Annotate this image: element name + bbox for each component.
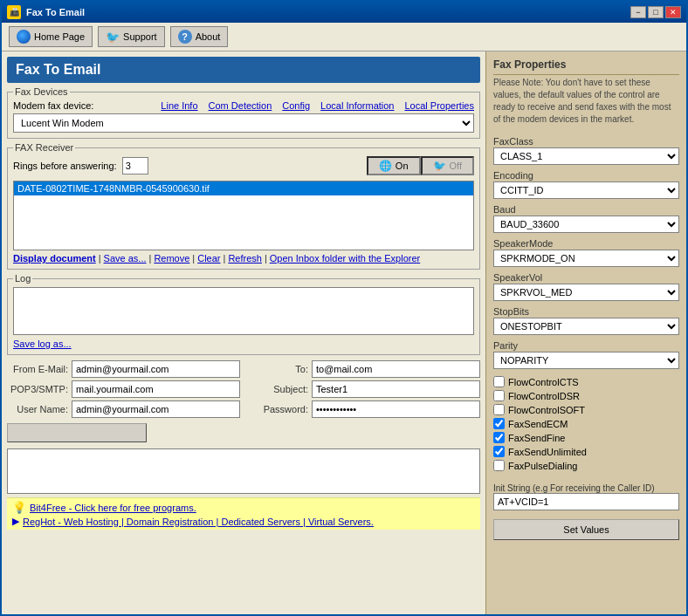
baud-select[interactable]: BAUD_33600 BAUD_14400 BAUD_9600 <box>493 216 679 233</box>
flow-dsr-row[interactable]: FlowControlDSR <box>493 390 679 401</box>
refresh-link[interactable]: Refresh <box>228 253 262 264</box>
rings-input[interactable] <box>122 157 148 175</box>
from-email-input[interactable] <box>72 360 240 378</box>
fax-class-select[interactable]: CLASS_1 CLASS_2 CLASS_2.0 <box>493 147 679 165</box>
flow-cts-row[interactable]: FlowControlCTS <box>493 376 679 387</box>
parity-select[interactable]: NOPARITY ODDPARITY EVENPARITY <box>493 352 679 369</box>
on-label: On <box>396 161 409 171</box>
parity-group: Parity NOPARITY ODDPARITY EVENPARITY <box>493 340 679 369</box>
fax-fine-checkbox[interactable] <box>493 432 505 443</box>
app-icon: 📠 <box>7 5 21 19</box>
pop3-input[interactable] <box>72 380 240 398</box>
baud-label: Baud <box>493 204 679 215</box>
to-row: To: <box>247 360 480 378</box>
save-log-link[interactable]: Save log as... <box>13 339 474 349</box>
from-email-row: From E-Mail: <box>7 360 240 378</box>
subject-input[interactable] <box>312 380 480 398</box>
speaker-vol-group: SpeakerVol SPKRVOL_MED SPKRVOL_LOW SPKRV… <box>493 272 679 301</box>
fax-receiver-legend: FAX Receiver <box>13 142 75 153</box>
log-section: Log Save log as... <box>7 273 480 355</box>
save-as-link[interactable]: Save as... <box>104 253 147 264</box>
speaker-vol-label: SpeakerVol <box>493 272 679 283</box>
off-button[interactable]: 🐦 Off <box>421 156 474 175</box>
maximize-button[interactable]: □ <box>648 6 664 18</box>
title-bar: 📠 Fax To Email − □ ✕ <box>2 2 686 23</box>
fax-pulse-label: FaxPulseDialing <box>508 461 577 471</box>
fax-devices-legend: Fax Devices <box>13 86 70 97</box>
flow-cts-checkbox[interactable] <box>493 376 505 387</box>
speaker-mode-select[interactable]: SPKRMODE_ON SPKRMODE_OFF SPKRMODE_DIAL <box>493 250 679 267</box>
password-label: Password: <box>247 404 308 414</box>
clear-link[interactable]: Clear <box>197 253 220 264</box>
right-fields: To: Subject: Password: <box>247 360 480 418</box>
log-legend: Log <box>13 273 32 284</box>
stop-bits-label: StopBits <box>493 306 679 317</box>
home-page-button[interactable]: Home Page <box>9 26 93 47</box>
fax-properties-note: Please Note: You don't have to set these… <box>493 77 679 126</box>
message-textarea[interactable] <box>7 448 480 494</box>
local-properties-link[interactable]: Local Properties <box>405 100 475 111</box>
com-detection-link[interactable]: Com Detection <box>209 100 272 111</box>
fax-devices-section: Fax Devices Modem fax device: Line Info … <box>7 86 480 139</box>
subject-label: Subject: <box>247 384 308 394</box>
modem-fax-label: Modem fax device: <box>13 100 93 111</box>
regshot-link[interactable]: RegHot - Web Hosting | Domain Registrati… <box>23 517 374 527</box>
minimize-button[interactable]: − <box>630 6 646 18</box>
off-label: Off <box>450 161 462 171</box>
username-label: User Name: <box>7 404 68 414</box>
init-string-input[interactable] <box>493 493 679 510</box>
fax-pulse-checkbox[interactable] <box>493 460 505 471</box>
left-panel: Fax To Email Fax Devices Modem fax devic… <box>2 51 485 614</box>
about-button[interactable]: ? About <box>170 26 229 47</box>
line-info-link[interactable]: Line Info <box>161 100 197 111</box>
flow-soft-row[interactable]: FlowControlSOFT <box>493 404 679 415</box>
open-inbox-link[interactable]: Open Inbox folder with the Explorer <box>270 253 420 264</box>
modem-select[interactable]: Lucent Win Modem <box>13 113 474 133</box>
init-string-label: Init String (e.g For receiving the Calle… <box>493 483 679 493</box>
support-label: Support <box>123 31 157 42</box>
fax-ecm-checkbox[interactable] <box>493 418 505 429</box>
config-link[interactable]: Config <box>282 100 310 111</box>
close-button[interactable]: ✕ <box>665 6 681 18</box>
window-title: Fax To Email <box>26 7 85 17</box>
rings-label: Rings before answering: <box>13 161 117 171</box>
toolbar: Home Page 🐦 Support ? About <box>2 23 686 51</box>
stop-bits-select[interactable]: ONESTOPBIT TWOSTOPBITS <box>493 318 679 335</box>
fax-unlimited-row[interactable]: FaxSendUnlimited <box>493 446 679 457</box>
subject-row: Subject: <box>247 380 480 398</box>
on-button[interactable]: 🌐 On <box>367 156 421 175</box>
question-icon: ? <box>178 30 192 44</box>
username-row: User Name: <box>7 400 240 418</box>
bit4free-link[interactable]: Bit4Free - Click here for free programs. <box>30 503 196 513</box>
password-input[interactable] <box>312 400 480 418</box>
username-input[interactable] <box>72 400 240 418</box>
local-information-link[interactable]: Local Information <box>320 100 394 111</box>
fax-unlimited-label: FaxSendUnlimited <box>508 447 587 457</box>
encoding-select[interactable]: CCITT_ID CCITT_T4 CCITT_T6 <box>493 181 679 199</box>
fax-receiver-section: FAX Receiver Rings before answering: 🌐 O… <box>7 142 480 270</box>
log-textarea[interactable] <box>13 287 474 335</box>
flow-soft-label: FlowControlSOFT <box>508 405 585 415</box>
flow-dsr-checkbox[interactable] <box>493 390 505 401</box>
fax-fine-row[interactable]: FaxSendFine <box>493 432 679 443</box>
inbox-item[interactable]: DATE-0802TIME-1748NMBR-0545900630.tif <box>14 181 473 195</box>
display-document-link[interactable]: Display document <box>13 253 96 264</box>
speaker-vol-select[interactable]: SPKRVOL_MED SPKRVOL_LOW SPKRVOL_HIGH <box>493 284 679 301</box>
support-button[interactable]: 🐦 Support <box>98 26 165 47</box>
set-values-button[interactable]: Set Values <box>493 519 679 540</box>
fax-properties-title: Fax Properties <box>493 58 679 75</box>
flow-soft-checkbox[interactable] <box>493 404 505 415</box>
left-fields: From E-Mail: POP3/SMTP: User Name: <box>7 360 240 418</box>
inbox-list: DATE-0802TIME-1748NMBR-0545900630.tif <box>13 181 474 250</box>
bird-icon: 🐦 <box>106 31 120 44</box>
action-links: Display document | Save as... | Remove |… <box>13 253 474 264</box>
remove-link[interactable]: Remove <box>154 253 189 264</box>
fax-pulse-row[interactable]: FaxPulseDialing <box>493 460 679 471</box>
fax-unlimited-checkbox[interactable] <box>493 446 505 457</box>
to-input[interactable] <box>312 360 480 378</box>
parity-label: Parity <box>493 340 679 351</box>
globe-icon <box>17 30 31 44</box>
fax-ecm-row[interactable]: FaxSendECM <box>493 418 679 429</box>
speaker-mode-group: SpeakerMode SPKRMODE_ON SPKRMODE_OFF SPK… <box>493 238 679 267</box>
send-button[interactable] <box>7 423 147 442</box>
